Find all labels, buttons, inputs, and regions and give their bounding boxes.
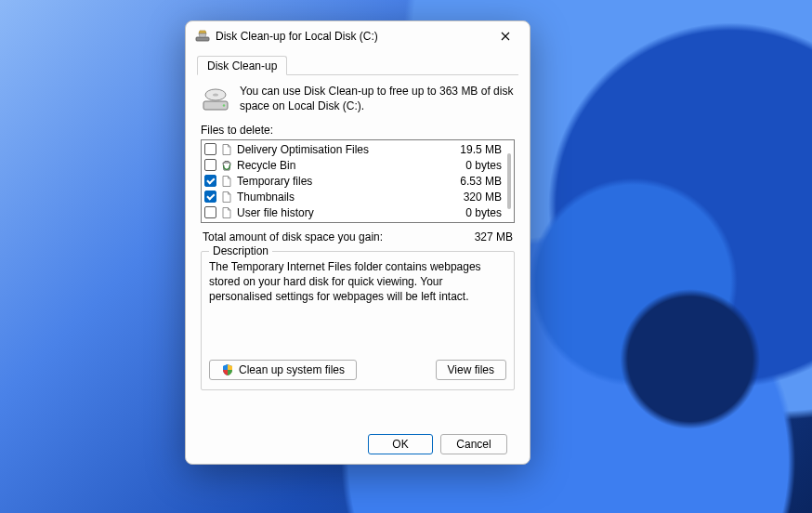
file-row[interactable]: Thumbnails320 MB <box>203 189 505 204</box>
files-listbox[interactable]: Delivery Optimisation Files19.5 MBRecycl… <box>201 139 515 223</box>
shield-icon <box>221 363 234 376</box>
intro-text: You can use Disk Clean-up to free up to … <box>240 85 515 114</box>
view-files-label: View files <box>448 363 494 376</box>
ok-label: OK <box>392 438 408 451</box>
disk-cleanup-icon <box>195 29 210 44</box>
cleanup-system-files-button[interactable]: Clean up system files <box>209 360 357 380</box>
titlebar[interactable]: Disk Clean-up for Local Disk (C:) <box>186 21 530 51</box>
file-type-icon <box>220 191 233 204</box>
description-legend: Description <box>209 244 272 257</box>
file-size: 6.53 MB <box>450 175 502 188</box>
file-name: Delivery Optimisation Files <box>237 143 446 156</box>
file-type-icon <box>220 159 233 172</box>
description-group: Description The Temporary Internet Files… <box>201 251 515 390</box>
scrollbar-thumb[interactable] <box>507 153 511 209</box>
file-name: Recycle Bin <box>237 159 446 172</box>
file-row[interactable]: User file history0 bytes <box>203 204 505 220</box>
file-size: 320 MB <box>450 191 502 204</box>
tab-label: Disk Clean-up <box>207 59 277 72</box>
file-size: 19.5 MB <box>450 143 502 156</box>
view-files-button[interactable]: View files <box>436 360 506 380</box>
file-name: Temporary files <box>237 175 446 188</box>
file-row[interactable]: Delivery Optimisation Files19.5 MB <box>203 141 505 157</box>
tab-panel: You can use Disk Clean-up to free up to … <box>197 75 518 425</box>
file-checkbox[interactable] <box>204 206 216 218</box>
file-size: 0 bytes <box>450 206 502 219</box>
file-name: User file history <box>237 206 446 219</box>
file-type-icon <box>220 206 233 219</box>
svg-point-5 <box>213 93 218 96</box>
tab-disk-cleanup[interactable]: Disk Clean-up <box>197 56 287 75</box>
file-type-icon <box>220 175 233 188</box>
desktop-wallpaper: Disk Clean-up for Local Disk (C:) Disk C… <box>0 0 812 513</box>
file-row[interactable]: Temporary files6.53 MB <box>203 173 505 189</box>
svg-point-3 <box>223 104 225 106</box>
files-to-delete-label: Files to delete: <box>201 124 515 137</box>
close-icon <box>501 32 510 41</box>
file-name: Thumbnails <box>237 191 446 204</box>
cleanup-system-files-label: Clean up system files <box>239 363 345 376</box>
total-label: Total amount of disk space you gain: <box>203 230 383 243</box>
ok-button[interactable]: OK <box>368 434 433 454</box>
file-checkbox[interactable] <box>204 159 216 171</box>
svg-rect-0 <box>196 37 209 41</box>
dialog-body: Disk Clean-up You can use Disk Clean-up … <box>186 51 530 464</box>
dialog-buttons: OK Cancel <box>197 425 518 454</box>
description-text: The Temporary Internet Files folder cont… <box>209 259 506 354</box>
cancel-label: Cancel <box>456 438 491 451</box>
drive-icon <box>201 85 230 114</box>
listbox-scrollbar[interactable] <box>505 141 513 221</box>
files-list-inner: Delivery Optimisation Files19.5 MBRecycl… <box>203 141 505 221</box>
file-row[interactable]: Recycle Bin0 bytes <box>203 157 505 173</box>
close-button[interactable] <box>487 23 524 49</box>
file-size: 0 bytes <box>450 159 502 172</box>
file-checkbox[interactable] <box>204 191 216 203</box>
file-type-icon <box>220 143 233 156</box>
window-title: Disk Clean-up for Local Disk (C:) <box>216 30 487 43</box>
disk-cleanup-window: Disk Clean-up for Local Disk (C:) Disk C… <box>185 20 530 465</box>
intro-row: You can use Disk Clean-up to free up to … <box>201 85 515 114</box>
file-checkbox[interactable] <box>204 175 216 187</box>
file-checkbox[interactable] <box>204 143 216 155</box>
tabstrip: Disk Clean-up <box>197 55 518 75</box>
total-value: 327 MB <box>475 230 513 243</box>
total-row: Total amount of disk space you gain: 327… <box>203 230 513 243</box>
cancel-button[interactable]: Cancel <box>440 434 507 454</box>
